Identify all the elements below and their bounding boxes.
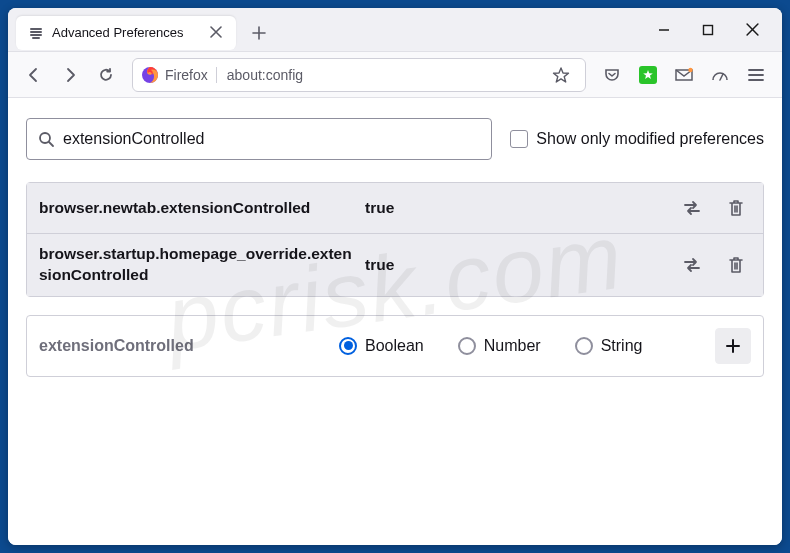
radio-boolean[interactable]: Boolean (339, 337, 424, 355)
checkbox-icon[interactable] (510, 130, 528, 148)
toggle-icon[interactable] (677, 193, 707, 223)
close-window-button[interactable] (742, 20, 762, 40)
search-input[interactable] (63, 130, 481, 148)
pref-name: browser.startup.homepage_override.extens… (39, 244, 359, 286)
pref-row[interactable]: browser.newtab.extensionControlled true (27, 183, 763, 233)
active-tab[interactable]: Advanced Preferences (16, 16, 236, 50)
tab-favicon (28, 25, 44, 41)
pref-value: true (359, 256, 677, 274)
search-row: Show only modified preferences (26, 118, 764, 160)
pref-row[interactable]: browser.startup.homepage_override.extens… (27, 233, 763, 296)
tab-title: Advanced Preferences (52, 25, 202, 40)
pref-actions (677, 193, 751, 223)
svg-point-6 (688, 67, 692, 71)
radio-number[interactable]: Number (458, 337, 541, 355)
radio-icon (575, 337, 593, 355)
toggle-icon[interactable] (677, 250, 707, 280)
svg-rect-2 (30, 34, 42, 36)
delete-icon[interactable] (721, 193, 751, 223)
close-tab-icon[interactable] (210, 26, 224, 40)
svg-rect-1 (30, 28, 42, 30)
maximize-button[interactable] (698, 20, 718, 40)
dashboard-icon[interactable] (704, 59, 736, 91)
about-config-content: Show only modified preferences browser.n… (8, 98, 782, 545)
app-menu-icon[interactable] (740, 59, 772, 91)
nav-toolbar: Firefox about:config (8, 52, 782, 98)
pref-value: true (359, 199, 677, 217)
radio-label: String (601, 337, 643, 355)
reload-button[interactable] (90, 59, 122, 91)
inbox-icon[interactable] (668, 59, 700, 91)
new-tab-button[interactable] (244, 18, 274, 48)
type-radios: Boolean Number String (339, 337, 715, 355)
show-modified-checkbox[interactable]: Show only modified preferences (510, 130, 764, 148)
delete-icon[interactable] (721, 250, 751, 280)
search-icon (37, 130, 55, 148)
radio-string[interactable]: String (575, 337, 643, 355)
radio-icon (339, 337, 357, 355)
pref-results: browser.newtab.extensionControlled true … (26, 182, 764, 297)
radio-label: Boolean (365, 337, 424, 355)
window-controls (654, 20, 774, 40)
svg-rect-0 (30, 31, 42, 33)
pref-actions (677, 250, 751, 280)
bookmark-star-icon[interactable] (545, 59, 577, 91)
pref-name: browser.newtab.extensionControlled (39, 198, 359, 219)
new-pref-row: extensionControlled Boolean Number Strin… (26, 315, 764, 377)
titlebar: Advanced Preferences (8, 8, 782, 52)
back-button[interactable] (18, 59, 50, 91)
svg-rect-4 (704, 25, 713, 34)
firefox-logo-icon (141, 66, 159, 84)
svg-rect-3 (32, 37, 40, 39)
show-modified-label: Show only modified preferences (536, 130, 764, 148)
add-pref-button[interactable] (715, 328, 751, 364)
browser-window: Advanced Preferences (8, 8, 782, 545)
new-pref-name: extensionControlled (39, 337, 339, 355)
url-bar[interactable]: Firefox about:config (132, 58, 586, 92)
extension-icon[interactable] (632, 59, 664, 91)
identity-label: Firefox (165, 67, 217, 83)
radio-icon (458, 337, 476, 355)
pref-search-box[interactable] (26, 118, 492, 160)
minimize-button[interactable] (654, 20, 674, 40)
pocket-icon[interactable] (596, 59, 628, 91)
radio-label: Number (484, 337, 541, 355)
url-text: about:config (223, 67, 539, 83)
forward-button[interactable] (54, 59, 86, 91)
